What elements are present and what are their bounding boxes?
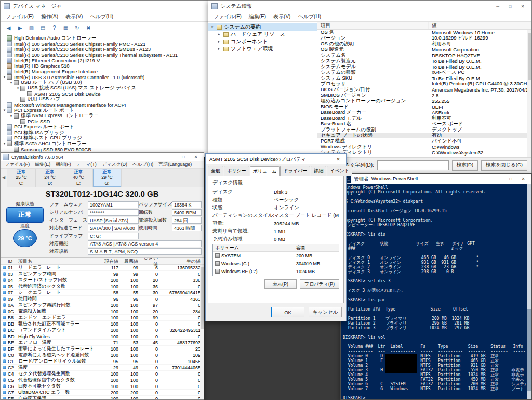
- close-icon[interactable]: ✕: [330, 154, 346, 164]
- menu-item[interactable]: 操作(A): [37, 12, 62, 21]
- maximize-button[interactable]: □: [178, 153, 189, 161]
- expander-icon[interactable]: ▸: [217, 32, 221, 36]
- smart-row[interactable]: BC コマンドタイムアウト 100 100 0 326422495311: [1, 327, 204, 333]
- terminal-output[interactable]: Windows PowerShell Copyright (C) Microso…: [341, 184, 531, 399]
- expander-icon[interactable]: ▾: [2, 75, 7, 79]
- close-button[interactable]: ✕: [190, 153, 202, 161]
- expander-icon[interactable]: ▾: [2, 108, 7, 112]
- menu-item[interactable]: ディスク(D): [99, 161, 130, 169]
- vertical-scrollbar[interactable]: [527, 30, 531, 157]
- scrollbar-thumb[interactable]: [528, 33, 531, 80]
- disk-tab[interactable]: 正常 29 °C G:: [93, 169, 122, 187]
- back-icon[interactable]: ◀: [5, 24, 12, 32]
- device-tree-item[interactable]: Intel(R) 100 Series/C230 Series Chipset …: [1, 41, 209, 47]
- column-id[interactable]: ID: [8, 259, 18, 264]
- device-manager-titlebar[interactable]: デバイス マネージャー: [1, 1, 209, 12]
- menu-item[interactable]: 編集(E): [245, 12, 270, 21]
- powershell-titlebar[interactable]: >_ 管理者: Windows PowerShell ─ □ ✕: [341, 174, 531, 184]
- device-tree-item[interactable]: Intel(R) Management Engine Interface: [1, 69, 209, 74]
- find-button[interactable]: 検索(D): [452, 160, 478, 171]
- previous-disk-button[interactable]: ◀: [1, 169, 7, 187]
- expander-icon[interactable]: ▸: [217, 47, 221, 51]
- menu-item[interactable]: 言語(Language): [156, 161, 194, 169]
- close-button[interactable]: ✕: [517, 175, 529, 183]
- menu-item[interactable]: ファイル(F): [210, 12, 245, 21]
- volume-row[interactable]: SYSTEM 200 MB: [213, 252, 339, 260]
- nav-tree-item[interactable]: ▸ ソフトウェア環境: [208, 45, 317, 53]
- device-tree-item[interactable]: Intel(R) HD Graphics 510: [1, 63, 209, 69]
- menu-item[interactable]: ファイル(F): [2, 161, 32, 169]
- menu-item[interactable]: ファイル(F): [2, 12, 37, 21]
- minimize-button[interactable]: ─: [492, 2, 503, 10]
- nav-tree-item[interactable]: ▸ コンポーネント: [208, 38, 317, 45]
- device-tree-item[interactable]: ▾ USB 接続 SCSI (UAS) マス ストレージ デバイス: [1, 85, 209, 91]
- maximize-button[interactable]: □: [504, 2, 516, 10]
- column-current[interactable]: 現在値: [103, 258, 123, 265]
- close-button[interactable]: ✕: [517, 2, 528, 10]
- menu-item[interactable]: テーマ(T): [74, 161, 99, 169]
- maximize-button[interactable]: □: [505, 175, 516, 183]
- dialog-titlebar[interactable]: ASMT 2105 SCSI Disk Deviceのプロパティ ✕: [206, 154, 346, 164]
- nav-tree-item[interactable]: ▸ ハードウェア リソース: [208, 31, 317, 38]
- expander-icon[interactable]: ▾: [210, 25, 215, 29]
- smart-row[interactable]: FE 自由落下保護 100 100 0 0: [1, 396, 204, 399]
- cancel-button[interactable]: キャンセル: [309, 307, 342, 317]
- uninstall-icon[interactable]: ✖: [85, 24, 92, 32]
- disk-tab[interactable]: 正常 40 °C E:: [64, 169, 93, 187]
- device-tree-item[interactable]: Intel(R) 100 Series/C230 Series Chipset …: [1, 46, 209, 52]
- minimize-button[interactable]: ─: [165, 153, 177, 161]
- minimize-button[interactable]: ─: [493, 175, 504, 183]
- volume-row[interactable]: Windows RE (G:) 1024 MB: [213, 267, 339, 275]
- menu-item[interactable]: ヘルプ(H): [294, 12, 325, 21]
- device-tree-item[interactable]: ▾ 標準 SATA AHCI コントローラー: [1, 141, 209, 147]
- dialog-tab[interactable]: イベント: [327, 166, 352, 176]
- populate-button[interactable]: 表示(P): [264, 279, 297, 289]
- vertical-scrollbar[interactable]: [200, 265, 204, 399]
- column-capacity[interactable]: 容量: [294, 244, 339, 251]
- dialog-tab[interactable]: ドライバー: [280, 166, 310, 176]
- scrollbar-thumb[interactable]: [201, 267, 204, 329]
- vertical-scrollbar[interactable]: [527, 184, 531, 399]
- column-worst[interactable]: 最悪値: [123, 258, 142, 265]
- dialog-tab[interactable]: ポリシー: [224, 166, 249, 176]
- expander-icon[interactable]: ▾: [2, 141, 7, 146]
- scrollbar-thumb[interactable]: [527, 309, 531, 391]
- column-raw[interactable]: 生の値: [162, 258, 204, 265]
- column-header-item[interactable]: 項目: [317, 22, 429, 29]
- expander-icon[interactable]: ▾: [9, 114, 14, 118]
- expander-icon[interactable]: ▾: [9, 81, 14, 85]
- nav-tree-item[interactable]: ▾ システムの要約: [208, 23, 317, 31]
- properties-icon[interactable]: ▤: [39, 24, 47, 32]
- menu-item[interactable]: ヘルプ(H): [86, 12, 117, 21]
- disk-tab[interactable]: 正常 25 °C C:: [7, 169, 36, 187]
- column-header-value[interactable]: 値: [429, 22, 531, 29]
- menu-item[interactable]: 表示(V): [62, 12, 86, 21]
- table-row[interactable]: システム ディレクトリ C:¥Windows¥system32: [317, 150, 531, 156]
- menu-item[interactable]: ヘルプ(H): [130, 161, 156, 169]
- dialog-tab[interactable]: ボリューム: [250, 166, 280, 176]
- menu-item[interactable]: 表示(V): [270, 12, 294, 21]
- volume-properties-button[interactable]: プロパティ(P): [300, 279, 339, 289]
- scan-hardware-icon[interactable]: ↻: [73, 24, 81, 32]
- help-icon[interactable]: ?: [50, 24, 58, 32]
- computer-icon[interactable]: ▦: [62, 24, 70, 32]
- device-tree-item[interactable]: Intel(R) Ethernet Connection (2) I219-V: [1, 58, 209, 63]
- search-input[interactable]: [377, 160, 449, 170]
- device-tree-item[interactable]: Intel(R) 100 Series/C230 Series Chipset …: [1, 52, 209, 58]
- system-info-titlebar[interactable]: システム情報 ─ □ ✕: [208, 1, 531, 12]
- close-find-button[interactable]: 検索を閉じる(C): [481, 160, 527, 171]
- expander-icon[interactable]: ▸: [217, 40, 221, 44]
- device-tree-item[interactable]: 汎用 USB ハブ: [1, 97, 209, 102]
- device-tree-item[interactable]: ▾ 標準 NVM Express コントローラー: [1, 113, 209, 119]
- crystaldiskinfo-titlebar[interactable]: CrystalDiskInfo 7.6.0 x64 ─ □ ✕: [1, 153, 204, 161]
- device-tree-item[interactable]: Samsung SSD 850 EVO 500GB: [1, 147, 209, 152]
- temperature-button[interactable]: 29 °C: [13, 229, 37, 247]
- forward-icon[interactable]: ▶: [16, 24, 24, 32]
- disk-tab[interactable]: 正常 24 °C D:: [36, 169, 64, 187]
- menu-item[interactable]: 機能(F): [53, 161, 74, 169]
- health-status-button[interactable]: 正常: [6, 207, 44, 223]
- ok-button[interactable]: OK: [271, 307, 304, 317]
- menu-item[interactable]: 編集(E): [32, 161, 53, 169]
- dialog-tab[interactable]: 全般: [208, 166, 223, 176]
- device-tree-item[interactable]: High Definition Audio コントローラー: [1, 35, 209, 41]
